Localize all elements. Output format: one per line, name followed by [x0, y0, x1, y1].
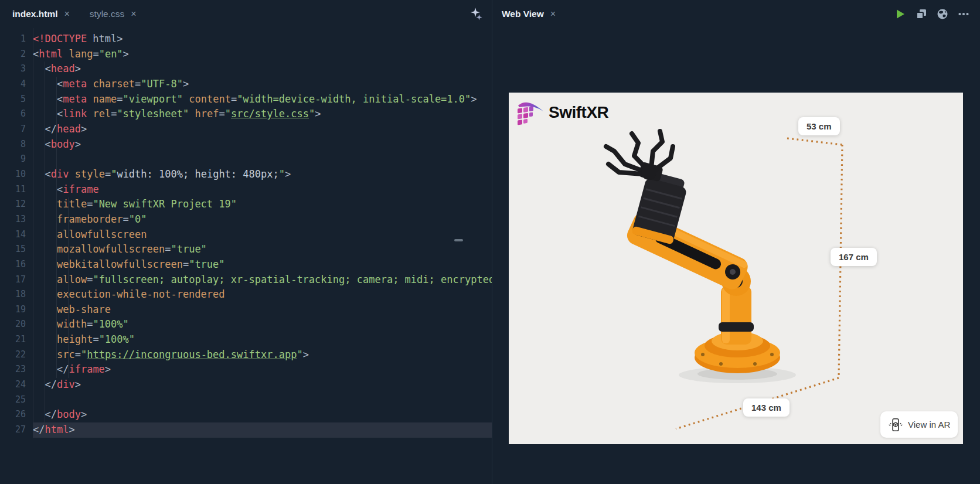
code-editor[interactable]: 1<!DOCTYPE html>2<html lang="en">3 <head… — [0, 32, 492, 438]
code-text: </iframe> — [33, 362, 111, 377]
code-line[interactable]: 6 <link rel="stylesheet" href="src/style… — [0, 107, 492, 122]
code-text: </div> — [33, 377, 81, 393]
line-number: 20 — [0, 317, 26, 332]
code-line[interactable]: 2<html lang="en"> — [0, 47, 492, 62]
sparkles-icon — [469, 7, 484, 21]
code-line[interactable]: 12 title="New swiftXR Project 19" — [0, 197, 492, 212]
code-text: <meta name="viewport" content="width=dev… — [33, 92, 477, 107]
code-line[interactable]: 3 <head> — [0, 62, 492, 77]
code-text: </html> — [33, 422, 75, 438]
swiftxr-logo-icon — [516, 98, 544, 127]
tab-label: Web View — [502, 9, 544, 19]
code-text: <!DOCTYPE html> — [33, 32, 123, 47]
code-text: <html lang="en"> — [33, 47, 129, 62]
more-icon[interactable] — [958, 8, 969, 20]
measurement-chip: 167 cm — [831, 248, 877, 266]
code-text: webkitallowfullscreen="true" — [33, 257, 225, 272]
line-number: 11 — [0, 182, 26, 197]
line-number: 21 — [0, 332, 26, 347]
code-line[interactable]: 16 webkitallowfullscreen="true" — [0, 257, 492, 272]
line-number: 14 — [0, 227, 26, 243]
globe-icon[interactable] — [937, 8, 948, 20]
line-number: 12 — [0, 197, 26, 212]
code-text: <div style="width: 100%; height: 480px;"… — [33, 167, 291, 182]
line-number: 24 — [0, 377, 26, 393]
code-line[interactable]: 7 </head> — [0, 122, 492, 137]
line-number: 22 — [0, 347, 26, 363]
tab-label: index.html — [12, 9, 58, 19]
duplicate-icon[interactable] — [916, 8, 927, 20]
code-line[interactable]: 23 </iframe> — [0, 362, 492, 377]
measurement-chip: 143 cm — [743, 398, 790, 417]
code-line[interactable]: 13 frameborder="0" — [0, 212, 492, 227]
line-number: 13 — [0, 212, 26, 227]
line-number: 2 — [0, 47, 26, 62]
close-icon[interactable]: × — [550, 9, 556, 19]
code-text: </body> — [33, 407, 87, 422]
line-number: 1 — [0, 32, 26, 47]
code-line[interactable]: 1<!DOCTYPE html> — [0, 32, 492, 47]
tab-style-css[interactable]: style.css × — [90, 9, 137, 19]
ide-window: index.html × style.css × 1<!DOCTYPE html… — [0, 0, 980, 484]
code-line[interactable]: 19 web-share — [0, 302, 492, 318]
line-number: 8 — [0, 137, 26, 152]
ai-sparkles-button[interactable] — [469, 7, 484, 21]
line-number: 6 — [0, 107, 26, 122]
code-line[interactable]: 8 <body> — [0, 137, 492, 152]
code-line[interactable]: 18 execution-while-not-rendered — [0, 287, 492, 302]
code-line[interactable]: 11 <iframe — [0, 182, 492, 197]
code-line[interactable]: 24 </div> — [0, 377, 492, 393]
brand-name: SwiftXR — [549, 103, 608, 122]
code-text: <body> — [33, 137, 81, 152]
code-line[interactable]: 20 width="100%" — [0, 317, 492, 332]
line-number: 18 — [0, 287, 26, 302]
code-line[interactable]: 4 <meta charset="UTF-8"> — [0, 77, 492, 92]
measure-line-top — [787, 138, 842, 145]
code-text: <iframe — [33, 182, 99, 197]
line-number: 25 — [0, 393, 26, 408]
code-line[interactable]: 26 </body> — [0, 407, 492, 422]
line-number: 26 — [0, 407, 26, 422]
tab-web-view[interactable]: Web View × — [502, 9, 556, 19]
code-text: <head> — [33, 62, 81, 77]
editor-panel: index.html × style.css × 1<!DOCTYPE html… — [0, 0, 492, 484]
line-number: 27 — [0, 422, 26, 438]
line-number: 5 — [0, 92, 26, 107]
code-text: web-share — [33, 302, 111, 318]
code-line[interactable]: 21 height="100%" — [0, 332, 492, 347]
code-line[interactable]: 9 — [0, 152, 492, 167]
code-line[interactable]: 25 — [0, 393, 492, 408]
code-line[interactable]: 15 mozallowfullscreen="true" — [0, 242, 492, 257]
line-number: 4 — [0, 77, 26, 92]
line-number: 19 — [0, 302, 26, 318]
webview-viewport[interactable]: SwiftXR 53 cm 167 cm 143 cm View in AR — [509, 93, 963, 444]
webview-panel: Web View × — [493, 0, 980, 484]
line-number: 16 — [0, 257, 26, 272]
close-icon[interactable]: × — [131, 9, 136, 19]
code-text: src="https://incongruous-bed.swiftxr.app… — [33, 347, 309, 363]
scrollbar-thumb[interactable] — [454, 239, 463, 241]
code-line[interactable]: 10 <div style="width: 100%; height: 480p… — [0, 167, 492, 182]
code-text: </head> — [33, 122, 87, 137]
editor-tab-bar: index.html × style.css × — [0, 0, 492, 28]
robot-arm — [606, 131, 780, 373]
run-icon[interactable] — [894, 8, 906, 20]
robot-arm-scene — [509, 93, 963, 444]
webview-toolbar — [894, 8, 980, 20]
gripper-claw — [606, 131, 673, 174]
tab-index-html[interactable]: index.html × — [12, 9, 70, 19]
line-number: 9 — [0, 152, 26, 167]
code-text: allowfullscreen — [33, 227, 147, 243]
code-line[interactable]: 22 src="https://incongruous-bed.swiftxr.… — [0, 347, 492, 363]
code-line[interactable]: 17 allow="fullscreen; autoplay; xr-spati… — [0, 272, 492, 288]
code-line[interactable]: 14 allowfullscreen — [0, 227, 492, 243]
code-line[interactable]: 27</html> — [0, 422, 492, 438]
code-text: height="100%" — [33, 332, 135, 347]
close-icon[interactable]: × — [64, 9, 70, 19]
view-in-ar-button[interactable]: View in AR — [880, 411, 958, 438]
line-number: 3 — [0, 62, 26, 77]
code-line[interactable]: 5 <meta name="viewport" content="width=d… — [0, 92, 492, 107]
line-number: 10 — [0, 167, 26, 182]
ar-phone-icon — [888, 417, 903, 432]
line-number: 23 — [0, 362, 26, 377]
